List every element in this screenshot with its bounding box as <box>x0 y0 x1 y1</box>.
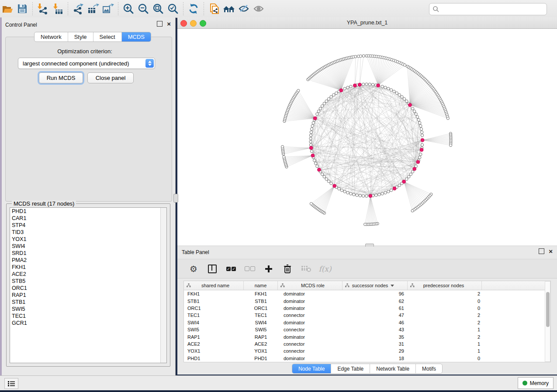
cell-name[interactable]: STB1 <box>244 299 278 304</box>
table-row[interactable]: ACE2ACE2connector311 <box>184 340 550 347</box>
cell-name[interactable]: TEC1 <box>244 313 278 318</box>
mcds-result-item[interactable]: SWI4 <box>10 243 166 250</box>
mcds-result-item[interactable]: SWI5 <box>10 306 166 313</box>
cell-predecessor-nodes[interactable]: 1 <box>408 341 482 347</box>
cell-successor-nodes[interactable]: 62 <box>343 299 408 304</box>
zoom-out-icon[interactable] <box>136 1 151 16</box>
cell-successor-nodes[interactable]: 46 <box>343 320 408 325</box>
mcds-result-item[interactable]: STP4 <box>10 222 166 229</box>
search-input[interactable] <box>439 6 547 13</box>
cell-predecessor-nodes[interactable]: 2 <box>408 320 482 325</box>
mcds-result-item[interactable]: RAP1 <box>10 292 166 299</box>
column-header-mcds-role[interactable]: MCDS role <box>278 281 343 290</box>
close-panel-button[interactable]: Close panel <box>87 72 134 83</box>
cell-mcds-role[interactable]: connector <box>278 313 343 318</box>
cell-shared-name[interactable]: STB1 <box>184 299 244 304</box>
cell-successor-nodes[interactable]: 31 <box>343 341 408 347</box>
cell-mcds-role[interactable]: dominator <box>278 291 343 296</box>
clone-network-icon[interactable] <box>207 1 221 16</box>
cell-successor-nodes[interactable]: 47 <box>343 313 408 318</box>
vertical-splitter-handle[interactable] <box>173 194 178 203</box>
deselect-all-icon[interactable] <box>244 263 256 275</box>
zoom-selected-icon[interactable] <box>166 1 180 16</box>
mcds-result-item[interactable]: SRD1 <box>10 250 166 257</box>
cell-shared-name[interactable]: PHD1 <box>184 356 244 361</box>
column-header-shared-name[interactable]: shared name <box>184 281 244 290</box>
function-builder-icon[interactable]: f(x) <box>319 263 331 275</box>
mcds-result-item[interactable]: FKH1 <box>10 264 166 271</box>
table-row[interactable]: FKH1FKH1dominator962 <box>184 290 550 297</box>
cell-mcds-role[interactable]: connector <box>278 348 343 354</box>
cell-shared-name[interactable]: ACE2 <box>184 341 244 347</box>
mcds-result-item[interactable]: ORC1 <box>10 285 166 292</box>
mcds-result-item[interactable]: PMA2 <box>10 257 166 264</box>
cell-mcds-role[interactable]: dominator <box>278 320 343 325</box>
import-table-icon[interactable] <box>50 1 65 16</box>
open-file-icon[interactable] <box>0 1 15 16</box>
node-table[interactable]: shared name name MCDS role successor nod… <box>183 281 551 362</box>
cell-name[interactable]: SWI4 <box>244 320 278 325</box>
network-window-titlebar[interactable]: YPA_prune.txt_1 <box>177 17 557 29</box>
tab-network-table[interactable]: Network Table <box>370 364 416 373</box>
cell-shared-name[interactable]: SWI5 <box>184 327 244 332</box>
mcds-result-item[interactable]: GCR1 <box>10 320 166 327</box>
tab-select[interactable]: Select <box>93 32 122 41</box>
optimization-criterion-select[interactable]: largest connected component (undirected) <box>18 58 155 69</box>
memory-button[interactable]: Memory <box>518 377 554 389</box>
table-row[interactable]: TEC1TEC1connector472 <box>184 312 550 319</box>
table-row[interactable]: YOX1YOX1connector291 <box>184 347 550 354</box>
export-network-icon[interactable] <box>71 1 86 16</box>
tab-mcds[interactable]: MCDS <box>122 32 151 41</box>
cell-name[interactable]: FKH1 <box>244 291 278 296</box>
table-row[interactable]: RAP1RAP1dominator352 <box>184 333 550 340</box>
tab-node-table[interactable]: Node Table <box>292 364 332 373</box>
column-header-predecessor-nodes[interactable]: predecessor nodes <box>408 281 482 290</box>
cell-mcds-role[interactable]: dominator <box>278 306 343 311</box>
mcds-result-item[interactable]: YOX1 <box>10 236 166 243</box>
mcds-result-list[interactable]: PHD1CAR1STP4TID3YOX1SWI4SRD1PMA2FKH1ACE2… <box>10 207 167 363</box>
cell-name[interactable]: ORC1 <box>244 306 278 311</box>
table-settings-icon[interactable]: ⚙ <box>188 263 199 275</box>
cell-successor-nodes[interactable]: 29 <box>343 348 408 354</box>
select-all-icon[interactable]: ✓✓ <box>225 263 237 275</box>
mcds-result-item[interactable]: CAR1 <box>10 215 166 222</box>
run-mcds-button[interactable]: Run MCDS <box>39 72 83 83</box>
tab-style[interactable]: Style <box>68 32 93 41</box>
cell-successor-nodes[interactable]: 35 <box>343 334 408 340</box>
delete-table-icon[interactable] <box>301 263 312 275</box>
cell-predecessor-nodes[interactable]: 1 <box>408 348 482 354</box>
mcds-result-item[interactable]: PHD1 <box>10 208 166 215</box>
cell-predecessor-nodes[interactable]: 1 <box>408 327 482 332</box>
search-box[interactable] <box>429 3 547 15</box>
table-scrollbar-thumb[interactable] <box>546 292 550 327</box>
cell-predecessor-nodes[interactable]: 0 <box>408 299 482 304</box>
cell-mcds-role[interactable]: connector <box>278 341 343 347</box>
save-session-icon[interactable] <box>15 1 30 16</box>
cell-shared-name[interactable]: YOX1 <box>184 348 244 354</box>
cell-name[interactable]: PHD1 <box>244 356 278 361</box>
import-network-icon[interactable] <box>35 1 50 16</box>
cell-mcds-role[interactable]: dominator <box>278 334 343 340</box>
cell-predecessor-nodes[interactable]: 2 <box>408 313 482 318</box>
export-table-icon[interactable] <box>86 1 100 16</box>
mcds-result-item[interactable]: ACE2 <box>10 271 166 278</box>
cell-successor-nodes[interactable]: 96 <box>343 291 408 296</box>
export-image-icon[interactable] <box>100 1 115 16</box>
home-pages-icon[interactable] <box>221 1 236 16</box>
show-columns-icon[interactable] <box>207 263 218 275</box>
show-panel-icon[interactable] <box>251 1 266 16</box>
cell-predecessor-nodes[interactable]: 2 <box>408 334 482 340</box>
cell-shared-name[interactable]: RAP1 <box>184 334 244 340</box>
cell-mcds-role[interactable]: dominator <box>278 299 343 304</box>
cell-mcds-role[interactable]: dominator <box>278 356 343 361</box>
cell-shared-name[interactable]: TEC1 <box>184 313 244 318</box>
close-panel-icon[interactable]: × <box>167 21 171 26</box>
mcds-result-item[interactable]: STB5 <box>10 278 166 285</box>
cell-name[interactable]: ACE2 <box>244 341 278 347</box>
cell-shared-name[interactable]: ORC1 <box>184 306 244 311</box>
cell-predecessor-nodes[interactable]: 0 <box>408 306 482 311</box>
float-window-icon[interactable] <box>157 21 163 27</box>
cell-shared-name[interactable]: FKH1 <box>184 291 244 296</box>
cell-predecessor-nodes[interactable]: 2 <box>408 291 482 296</box>
table-row[interactable]: STB1STB1dominator620 <box>184 297 550 304</box>
